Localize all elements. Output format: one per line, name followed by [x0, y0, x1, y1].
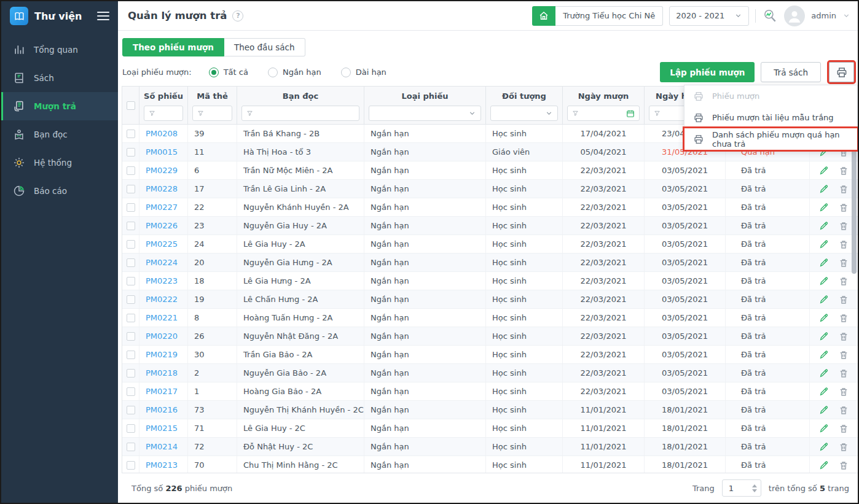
- delete-icon[interactable]: [839, 239, 849, 249]
- page-number-input[interactable]: [729, 484, 748, 493]
- radio-dai-han[interactable]: Dài hạn: [341, 68, 386, 77]
- column-header-so-phieu[interactable]: Số phiếu: [139, 87, 187, 105]
- delete-icon[interactable]: [839, 203, 849, 212]
- filter-so-phieu-input[interactable]: [144, 106, 183, 121]
- delete-icon[interactable]: [839, 295, 849, 304]
- radio-ngan-han[interactable]: Ngắn hạn: [268, 68, 321, 77]
- borrow-slip-link[interactable]: PM0218: [146, 368, 178, 378]
- delete-icon[interactable]: [839, 276, 849, 286]
- borrow-slip-link[interactable]: PM0208: [146, 129, 178, 138]
- sidebar-item-muon-tra[interactable]: Mượn trả: [1, 92, 118, 120]
- borrow-slip-link[interactable]: PM0215: [146, 424, 178, 433]
- edit-icon[interactable]: [819, 258, 829, 268]
- avatar[interactable]: [784, 6, 805, 26]
- print-menu-item-mau-trang[interactable]: Phiếu mượn tài liệu mẫu trắng: [684, 107, 857, 128]
- row-checkbox[interactable]: [127, 351, 135, 359]
- delete-icon[interactable]: [839, 331, 849, 341]
- filter-doi-tuong-select[interactable]: [490, 106, 558, 121]
- column-header-ngay-muon[interactable]: Ngày mượn: [563, 87, 644, 105]
- row-checkbox[interactable]: [127, 203, 135, 212]
- borrow-slip-link[interactable]: PM0226: [146, 221, 178, 230]
- edit-icon[interactable]: [819, 184, 829, 194]
- row-checkbox[interactable]: [127, 461, 135, 470]
- filter-ngay-muon-input[interactable]: [567, 106, 640, 121]
- select-all-checkbox[interactable]: [127, 101, 135, 110]
- row-checkbox[interactable]: [127, 166, 135, 175]
- borrow-slip-link[interactable]: PM0225: [146, 239, 178, 249]
- borrow-slip-link[interactable]: PM0213: [146, 460, 178, 470]
- row-checkbox[interactable]: [127, 369, 135, 378]
- borrow-slip-link[interactable]: PM0222: [146, 295, 178, 304]
- tab-theo-dau-sach[interactable]: Theo đầu sách: [224, 38, 305, 56]
- borrow-slip-link[interactable]: PM0221: [146, 313, 178, 322]
- tab-theo-phieu-muon[interactable]: Theo phiếu mượn: [122, 38, 224, 56]
- row-checkbox[interactable]: [127, 130, 135, 138]
- borrow-slip-link[interactable]: PM0216: [146, 405, 178, 414]
- delete-icon[interactable]: [839, 405, 849, 415]
- delete-icon[interactable]: [839, 368, 849, 378]
- delete-icon[interactable]: [839, 424, 849, 433]
- create-borrow-slip-button[interactable]: Lập phiếu mượn: [660, 62, 755, 82]
- chevron-down-icon[interactable]: [842, 12, 850, 20]
- help-icon[interactable]: [232, 10, 243, 21]
- borrow-slip-link[interactable]: PM0224: [146, 258, 178, 267]
- school-name[interactable]: Trường Tiểu học Chi Nê: [555, 6, 663, 26]
- row-checkbox[interactable]: [127, 387, 135, 396]
- row-checkbox[interactable]: [127, 148, 135, 157]
- edit-icon[interactable]: [819, 368, 829, 378]
- row-checkbox[interactable]: [127, 222, 135, 230]
- filter-ban-doc-input[interactable]: [241, 106, 359, 121]
- delete-icon[interactable]: [839, 350, 849, 360]
- filter-loai-phieu-select[interactable]: [369, 106, 481, 121]
- column-header-doi-tuong[interactable]: Đối tượng: [486, 87, 562, 105]
- row-checkbox[interactable]: [127, 332, 135, 341]
- edit-icon[interactable]: [819, 387, 829, 397]
- print-menu-item-qua-han-chua-tra[interactable]: Danh sách phiếu mượn quá hạn chưa trả: [684, 128, 857, 150]
- return-book-button[interactable]: Trả sách: [761, 62, 821, 82]
- row-checkbox[interactable]: [127, 258, 135, 267]
- edit-icon[interactable]: [819, 276, 829, 286]
- filter-ma-the-input[interactable]: [192, 106, 232, 121]
- row-checkbox[interactable]: [127, 295, 135, 304]
- row-checkbox[interactable]: [127, 277, 135, 285]
- stepper-arrows[interactable]: [752, 480, 757, 496]
- sidebar-item-bao-cao[interactable]: Báo cáo: [1, 177, 118, 205]
- print-button[interactable]: [829, 62, 854, 82]
- borrow-slip-link[interactable]: PM0015: [146, 147, 178, 157]
- edit-icon[interactable]: [819, 221, 829, 231]
- username[interactable]: admin: [811, 11, 836, 20]
- borrow-slip-link[interactable]: PM0229: [146, 166, 178, 175]
- row-checkbox[interactable]: [127, 443, 135, 451]
- edit-icon[interactable]: [819, 460, 829, 470]
- delete-icon[interactable]: [839, 184, 849, 194]
- delete-icon[interactable]: [839, 442, 849, 452]
- borrow-slip-link[interactable]: PM0228: [146, 184, 178, 193]
- edit-icon[interactable]: [819, 295, 829, 304]
- sidebar-item-tong-quan[interactable]: Tổng quan: [1, 36, 118, 64]
- search-stats-icon[interactable]: [762, 8, 778, 24]
- column-header-ban-doc[interactable]: Bạn đọc: [237, 87, 364, 105]
- home-icon[interactable]: [532, 6, 555, 26]
- row-checkbox[interactable]: [127, 314, 135, 322]
- delete-icon[interactable]: [839, 166, 849, 176]
- column-header-ma-the[interactable]: Mã thẻ: [188, 87, 237, 105]
- row-checkbox[interactable]: [127, 240, 135, 249]
- column-header-loai-phieu[interactable]: Loại phiếu: [364, 87, 485, 105]
- edit-icon[interactable]: [819, 442, 829, 452]
- borrow-slip-link[interactable]: PM0227: [146, 203, 178, 212]
- delete-icon[interactable]: [839, 221, 849, 231]
- sidebar-item-ban-doc[interactable]: Bạn đọc: [1, 120, 118, 149]
- edit-icon[interactable]: [819, 350, 829, 360]
- edit-icon[interactable]: [819, 313, 829, 323]
- delete-icon[interactable]: [839, 387, 849, 397]
- row-checkbox[interactable]: [127, 424, 135, 433]
- borrow-slip-link[interactable]: PM0217: [146, 387, 178, 396]
- edit-icon[interactable]: [819, 331, 829, 341]
- borrow-slip-link[interactable]: PM0220: [146, 331, 178, 341]
- borrow-slip-link[interactable]: PM0219: [146, 350, 178, 359]
- edit-icon[interactable]: [819, 166, 829, 176]
- sidebar-item-he-thong[interactable]: Hệ thống: [1, 149, 118, 177]
- radio-tat-ca[interactable]: Tất cả: [209, 68, 248, 77]
- borrow-slip-link[interactable]: PM0214: [146, 442, 178, 451]
- sidebar-item-sach[interactable]: Sách: [1, 64, 118, 92]
